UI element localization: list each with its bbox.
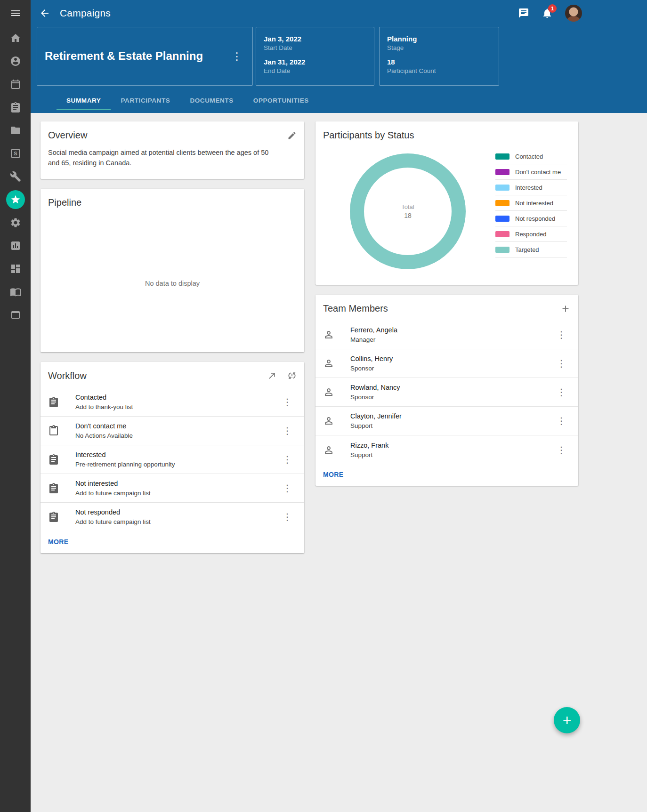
- sync-problem-icon[interactable]: [287, 371, 297, 380]
- topbar-actions: 1: [518, 0, 582, 26]
- workflow-row[interactable]: Not responded Add to future campaign lis…: [40, 503, 304, 531]
- notifications-icon[interactable]: 1: [542, 8, 553, 19]
- pipeline-title: Pipeline: [48, 197, 81, 208]
- row-menu-icon[interactable]: ⋮: [278, 452, 297, 467]
- menu-icon[interactable]: [0, 0, 31, 26]
- add-fab-button[interactable]: +: [554, 707, 580, 733]
- dashboard-icon[interactable]: [0, 257, 31, 280]
- reports-icon[interactable]: [0, 234, 31, 257]
- legend-item: Responded: [495, 226, 567, 242]
- workflow-card: Workflow Contacted: [40, 362, 304, 553]
- main-content: Overview Social media campaign aimed at …: [31, 113, 647, 812]
- row-menu-icon[interactable]: ⋮: [552, 442, 571, 458]
- participant-count-label: Participant Count: [387, 67, 491, 74]
- back-icon[interactable]: [39, 8, 50, 19]
- tab-documents[interactable]: DOCUMENTS: [180, 92, 243, 110]
- person-icon: [323, 386, 334, 398]
- workflow-row[interactable]: Not interested Add to future campaign li…: [40, 474, 304, 503]
- right-column: Participants by Status Total 18 Contacte…: [315, 121, 578, 496]
- workflow-row[interactable]: Contacted Add to thank-you list ⋮: [40, 388, 304, 417]
- notification-badge: 1: [548, 4, 557, 13]
- member-role: Support: [350, 422, 552, 429]
- assignment-icon: [48, 396, 59, 408]
- team-more-button[interactable]: MORE: [315, 464, 351, 486]
- overview-title: Overview: [48, 130, 87, 141]
- participants-chart-title: Participants by Status: [323, 130, 414, 141]
- tab-bar: SUMMARY PARTICIPANTS DOCUMENTS OPPORTUNI…: [57, 92, 319, 110]
- team-member-row[interactable]: Rowland, Nancy Sponsor ⋮: [315, 378, 578, 407]
- campaigns-icon-active[interactable]: [0, 188, 31, 211]
- team-members-list: Ferrero, Angela Manager ⋮ Collins, Henry…: [315, 321, 578, 464]
- row-menu-icon[interactable]: ⋮: [278, 394, 297, 410]
- sidebar: S: [0, 0, 31, 812]
- legend-swatch: [495, 247, 510, 253]
- add-team-member-icon[interactable]: [560, 304, 571, 314]
- row-menu-icon[interactable]: ⋮: [278, 423, 297, 438]
- open-workflow-icon[interactable]: [267, 371, 277, 380]
- assignment-icon: [48, 511, 59, 523]
- tab-participants[interactable]: PARTICIPANTS: [111, 92, 180, 110]
- activities-icon[interactable]: [0, 96, 31, 119]
- tab-opportunities[interactable]: OPPORTUNITIES: [243, 92, 319, 110]
- legend-item: Don't contact me: [495, 164, 567, 180]
- active-indicator: [6, 190, 25, 209]
- pipeline-card: Pipeline No data to display: [40, 189, 304, 352]
- workflow-row[interactable]: Don't contact me No Actions Available ⋮: [40, 417, 304, 445]
- edit-icon[interactable]: [287, 131, 297, 140]
- workflow-action: No Actions Available: [75, 432, 278, 439]
- row-menu-icon[interactable]: ⋮: [278, 481, 297, 496]
- calendar-icon[interactable]: [0, 72, 31, 96]
- tools-icon[interactable]: [0, 165, 31, 188]
- legend-swatch: [495, 185, 510, 191]
- tab-summary[interactable]: SUMMARY: [57, 92, 111, 110]
- start-date-label: Start Date: [264, 44, 366, 51]
- user-avatar[interactable]: [565, 5, 582, 22]
- workflow-row[interactable]: Interested Pre-retirement planning oppor…: [40, 445, 304, 474]
- legend-swatch: [495, 169, 510, 175]
- row-menu-icon[interactable]: ⋮: [552, 356, 571, 371]
- row-menu-icon[interactable]: ⋮: [552, 385, 571, 400]
- member-name: Ferrero, Angela: [350, 326, 552, 334]
- page-title: Campaigns: [60, 8, 111, 19]
- chart-legend: Contacted Don't contact me Interested No…: [495, 149, 567, 257]
- documents-icon[interactable]: [0, 119, 31, 142]
- team-member-row[interactable]: Clayton, Jennifer Support ⋮: [315, 407, 578, 435]
- team-member-row[interactable]: Rizzo, Frank Support ⋮: [315, 435, 578, 464]
- svg-text:S: S: [14, 151, 17, 156]
- campaign-menu-icon[interactable]: ⋮: [229, 50, 245, 63]
- settings-icon[interactable]: [0, 211, 31, 234]
- legend-item: Not responded: [495, 211, 567, 226]
- notes-icon[interactable]: S: [0, 142, 31, 165]
- person-icon: [323, 444, 334, 456]
- workflow-action: Pre-retirement planning opportunity: [75, 461, 278, 468]
- workflow-more-button[interactable]: MORE: [40, 531, 76, 553]
- member-role: Sponsor: [350, 394, 552, 401]
- book-icon[interactable]: [0, 280, 31, 303]
- plus-icon: +: [563, 713, 572, 728]
- legend-item: Not interested: [495, 195, 567, 211]
- assignment-icon: [48, 454, 59, 465]
- workflow-status: Not interested: [75, 480, 278, 487]
- legend-swatch: [495, 231, 510, 237]
- participants-by-status-card: Participants by Status Total 18 Contacte…: [315, 121, 578, 285]
- legend-swatch: [495, 216, 510, 222]
- member-role: Manager: [350, 336, 552, 343]
- row-menu-icon[interactable]: ⋮: [278, 509, 297, 524]
- workflow-action: Add to thank-you list: [75, 403, 278, 410]
- row-menu-icon[interactable]: ⋮: [552, 413, 571, 428]
- team-member-row[interactable]: Collins, Henry Sponsor ⋮: [315, 349, 578, 378]
- accounts-icon[interactable]: [0, 303, 31, 326]
- donut-total-value: 18: [404, 212, 412, 219]
- chat-icon[interactable]: [518, 8, 529, 19]
- workflow-action: Add to future campaign list: [75, 518, 278, 525]
- workflow-status: Not responded: [75, 508, 278, 516]
- person-icon: [323, 329, 334, 340]
- campaign-dates-card: Jan 3, 2022 Start Date Jan 31, 2022 End …: [256, 27, 374, 86]
- stage-value: Planning: [387, 35, 491, 43]
- campaign-header: Campaigns 1 Retirement & Estate Planning…: [31, 0, 647, 113]
- home-icon[interactable]: [0, 26, 31, 49]
- campaign-stage-card: Planning Stage 18 Participant Count: [379, 27, 499, 86]
- row-menu-icon[interactable]: ⋮: [552, 327, 571, 342]
- team-member-row[interactable]: Ferrero, Angela Manager ⋮: [315, 321, 578, 349]
- contact-icon[interactable]: [0, 49, 31, 72]
